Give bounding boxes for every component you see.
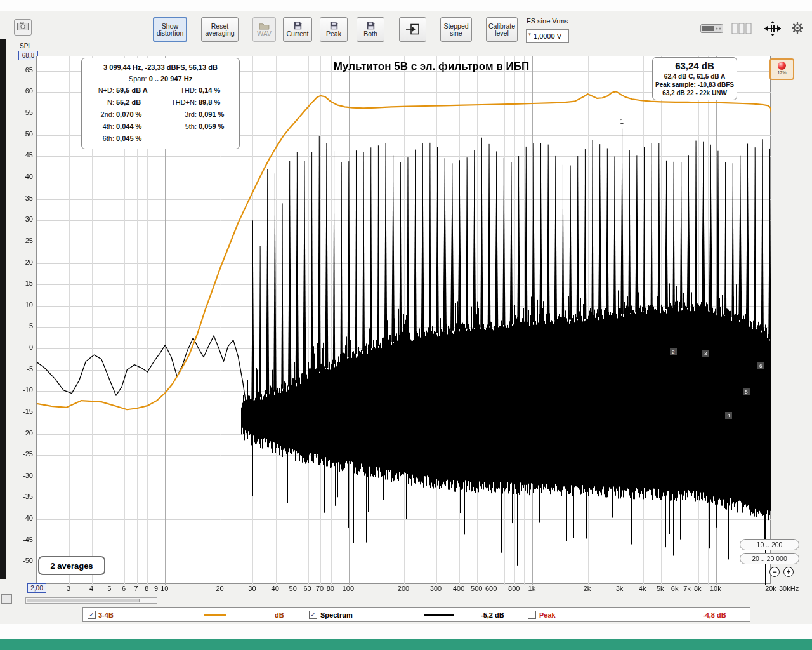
x-min-field[interactable]: 2,00 xyxy=(27,583,46,593)
x-tick-label: 1k xyxy=(519,585,544,592)
distortion-value: 0,045 % xyxy=(116,133,166,145)
reset-averaging-button[interactable]: Reset averaging xyxy=(201,17,239,42)
series3-checkbox[interactable] xyxy=(528,611,536,619)
save-current-label: Current xyxy=(286,30,308,37)
x-tick-label: 30 xyxy=(239,585,265,592)
y-tick-label: 5 xyxy=(11,322,33,329)
folder-icon xyxy=(259,22,270,30)
range-20-20000-button[interactable]: 20 .. 20 000 xyxy=(740,553,799,564)
series2-value: -5,2 dB xyxy=(481,611,504,619)
distortion-row: 4th:0,044 %5th:0,059 % xyxy=(86,121,235,133)
x-tick-label: 100 xyxy=(336,585,361,592)
save-peak-button[interactable]: Peak xyxy=(320,17,348,42)
spinner-arrow-icon[interactable]: ▼ xyxy=(527,32,534,40)
show-distortion-button[interactable]: Show distortion xyxy=(153,17,187,42)
range-10-200-button[interactable]: 10 .. 200 xyxy=(740,539,799,550)
y-tick-label: -20 xyxy=(11,429,33,437)
x-tick-label: 3k xyxy=(606,585,632,592)
distortion-label: THD: xyxy=(166,84,199,96)
settings-button[interactable] xyxy=(790,22,805,37)
signal-routing-button[interactable] xyxy=(399,17,426,42)
span-label: Span: xyxy=(129,75,147,83)
distortion-label: 3rd: xyxy=(166,109,199,121)
series1-checkbox[interactable]: ✓ xyxy=(88,611,96,619)
y-tick-label: 10 xyxy=(11,301,33,308)
x-tick-label: 20k xyxy=(758,585,783,592)
wav-label: WAV xyxy=(257,30,272,37)
save-current-button[interactable]: Current xyxy=(283,17,312,42)
harmonic-marker-5: 5 xyxy=(743,388,750,395)
weighted-levels: 62,4 dB C, 61,5 dB A xyxy=(654,72,735,81)
x-tick-label: 600 xyxy=(478,585,504,592)
y-tick-label: 25 xyxy=(11,237,33,244)
pan-zoom-button[interactable] xyxy=(761,22,785,38)
distortion-value: 0,044 % xyxy=(116,121,166,133)
series2-checkbox[interactable]: ✓ xyxy=(309,611,317,619)
show-distortion-label: Show distortion xyxy=(156,23,184,37)
fs-sine-vrms-value: 1,0000 V xyxy=(534,32,561,40)
y-tick-label: -35 xyxy=(11,493,33,500)
distortion-row: 2nd:0,070 %3rd:0,091 % xyxy=(86,109,235,121)
y-tick-label: 40 xyxy=(11,173,33,180)
y-max-field[interactable]: 68,8 xyxy=(18,51,38,60)
x-zoom-out-button[interactable]: − xyxy=(769,567,780,577)
stepped-sine-button[interactable]: Stepped sine xyxy=(440,17,472,42)
spl-axis-caption: SPL xyxy=(20,43,32,50)
calibrate-level-button[interactable]: Calibrate level xyxy=(486,17,518,42)
minus-icon: − xyxy=(772,568,776,576)
taskbar-strip xyxy=(0,639,812,650)
chart-title: Мультитон 5В с эл. фильтром в ИБП xyxy=(266,60,596,73)
bars-view-button[interactable] xyxy=(730,23,753,36)
y-tick-label: 30 xyxy=(11,215,33,223)
distortion-row: 6th:0,045 % xyxy=(86,133,235,145)
save-icon xyxy=(294,22,302,30)
y-tick-label: 15 xyxy=(11,279,33,287)
series2-line-sample xyxy=(424,614,454,616)
series2-label: Spectrum xyxy=(320,611,353,619)
distortion-label: 5th: xyxy=(166,121,199,133)
save-both-button[interactable]: Both xyxy=(357,17,384,42)
screenshot-button[interactable] xyxy=(14,19,32,36)
distortion-label: 6th: xyxy=(86,133,116,145)
harmonic-marker-2: 2 xyxy=(670,348,677,355)
y-tick-label: -15 xyxy=(11,408,33,415)
scrollbar-thumb[interactable] xyxy=(27,599,140,602)
distortion-label: THD+N: xyxy=(166,96,199,109)
cursor-info-box: 3 099,44 Hz, -23,33 dBFS, 56,13 dB Span:… xyxy=(81,58,240,149)
legend-bar: ✓ 3-4B dB ✓ Spectrum -5,2 dB Peak -4,8 d… xyxy=(82,607,750,622)
y-tick-label: 55 xyxy=(11,109,33,116)
series1-label: 3-4B xyxy=(98,611,114,619)
horizontal-scrollbar[interactable] xyxy=(25,597,157,604)
distortion-value: 0,14 % xyxy=(199,84,235,96)
span-readout: Span: 0 .. 20 947 Hz xyxy=(86,73,235,84)
averages-badge: 2 averages xyxy=(38,556,105,575)
y-tick-label: 20 xyxy=(11,258,33,266)
calibrate-level-label: Calibrate level xyxy=(488,23,515,37)
distortion-row: N+D:59,5 dB ATHD:0,14 % xyxy=(86,84,235,96)
series3-label: Peak xyxy=(539,611,556,619)
distortion-value xyxy=(199,133,235,145)
x-tick-label: 2k xyxy=(575,585,600,592)
pan-arrows-icon xyxy=(762,21,783,39)
window-corner-icon[interactable] xyxy=(1,594,12,604)
y-tick-label: -5 xyxy=(11,365,33,373)
wav-button[interactable]: WAV xyxy=(252,17,276,42)
left-edge-scrollbar[interactable] xyxy=(0,39,6,579)
record-button[interactable]: 12% xyxy=(769,58,794,80)
y-tick-label: 0 xyxy=(11,343,33,351)
top-margin xyxy=(0,0,812,11)
x-zoom-in-button[interactable]: + xyxy=(783,567,794,577)
fs-sine-vrms-input[interactable]: ▼ 1,0000 V xyxy=(526,29,569,43)
meter-display-button[interactable] xyxy=(700,23,724,36)
gear-icon xyxy=(791,22,804,37)
y-tick-label: 45 xyxy=(11,151,33,159)
check-icon: ✓ xyxy=(89,611,94,618)
vertical-bars-icon xyxy=(731,23,752,37)
distortion-label: 4th: xyxy=(86,121,116,133)
fs-sine-vrms-label: FS sine Vrms xyxy=(527,17,568,25)
x-tick-label: 20 xyxy=(207,585,233,592)
save-peak-label: Peak xyxy=(326,30,341,37)
series1-unit: dB xyxy=(275,611,284,619)
unweighted-level: 63,2 dB 22 - 22k UNW xyxy=(654,89,735,97)
distortion-row: N:55,2 dBTHD+N:89,8 % xyxy=(86,96,235,109)
